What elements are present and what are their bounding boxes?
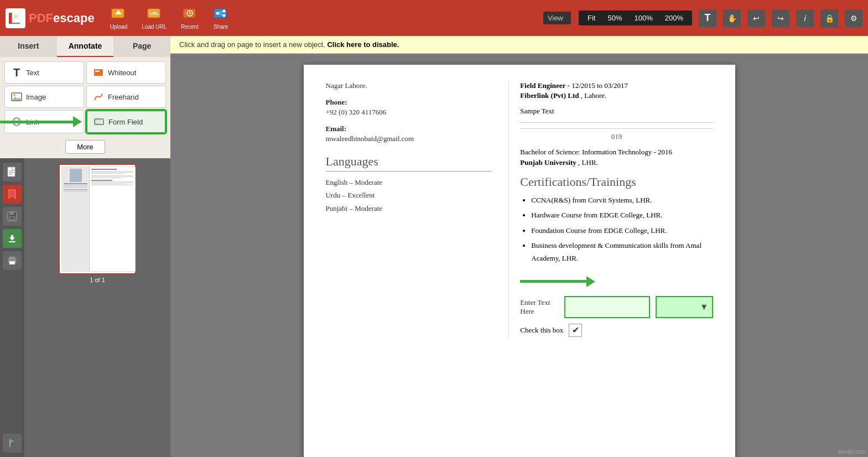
view-controls: View (543, 12, 571, 24)
cert-item-3: Foundation Course from EDGE College, LHR… (531, 224, 713, 237)
svg-rect-46 (9, 439, 11, 447)
pdf-company-loc: , Lahore. (581, 91, 607, 100)
upload-label: Upload (110, 24, 128, 30)
image-insert-label: Image (26, 93, 46, 101)
insert-panel: T Text Whiteout (0, 57, 170, 138)
undo-button[interactable]: ↩ (747, 9, 765, 27)
lock-button[interactable]: 🔒 (820, 9, 838, 27)
pdf-cert-title: Certifications/Trainings (520, 175, 713, 189)
pdf-viewport[interactable]: Nagar Lahore. Phone: +92 (0) 320 4117606… (170, 54, 868, 457)
svg-rect-2 (12, 12, 20, 23)
link-insert-button[interactable]: Link (4, 110, 84, 133)
load-url-icon: URL (147, 7, 162, 22)
pdf-company-name: Fiberlink (Pvt) Ltd (520, 91, 579, 100)
load-url-button[interactable]: URL Load URL (137, 4, 171, 32)
form-enter-label: Enter Text Here (520, 298, 559, 316)
tab-insert[interactable]: Insert (0, 36, 57, 57)
freehand-insert-button[interactable]: Freehand (86, 86, 166, 108)
zoom-200-button[interactable]: 200% (659, 12, 689, 24)
cert-item-2: Hardware Course from EDGE College, LHR. (531, 209, 713, 221)
redo-button[interactable]: ↪ (772, 9, 789, 27)
load-url-label: Load URL (142, 24, 167, 30)
logo-text: PDFescape (29, 11, 95, 25)
link-insert-icon (11, 116, 23, 128)
text-cursor-button[interactable]: T (699, 9, 716, 27)
svg-rect-39 (11, 217, 14, 219)
sidebar-download-icon[interactable] (3, 229, 22, 248)
sidebar-document-icon[interactable] (3, 163, 22, 181)
svg-rect-31 (12, 167, 15, 170)
pdf-email-value: mwaleedbinobaid@gmail.com (326, 134, 492, 143)
svg-marker-47 (11, 439, 15, 443)
language-item-1: English – Moderate (326, 176, 492, 189)
content-area: Click and drag on page to insert a new o… (170, 36, 868, 457)
freehand-insert-label: Freehand (108, 93, 139, 101)
pdf-two-column: Nagar Lahore. Phone: +92 (0) 320 4117606… (326, 81, 713, 337)
whiteout-insert-label: Whiteout (108, 69, 136, 77)
thumbnail-label: 1 of 1 (90, 277, 105, 283)
recent-button[interactable]: Recent (176, 4, 203, 32)
cert-item-1: CCNA(R&S) from Corvit Systems, LHR. (531, 194, 713, 206)
language-item-3: Punjabi – Moderate (326, 202, 492, 215)
notification-text: Click and drag on page to insert a new o… (179, 40, 325, 49)
svg-rect-21 (95, 70, 100, 72)
whiteout-insert-icon (92, 66, 105, 79)
text-insert-label: Text (26, 69, 39, 77)
sidebar-save-icon[interactable] (3, 207, 22, 226)
hand-tool-button[interactable]: ✋ (723, 9, 741, 27)
svg-marker-35 (9, 190, 15, 199)
pdf-left-column: Nagar Lahore. Phone: +92 (0) 320 4117606… (326, 81, 492, 337)
page-thumbnail[interactable] (59, 164, 136, 274)
notification-bar: Click and drag on page to insert a new o… (170, 36, 868, 54)
thumbnail-image (61, 167, 136, 272)
form-text-input[interactable] (564, 296, 650, 318)
more-button[interactable]: More (65, 140, 105, 154)
settings-button[interactable]: ⚙ (845, 9, 862, 27)
cert-item-4: Business development & Communication ski… (531, 239, 713, 265)
share-button[interactable]: Share (209, 4, 233, 32)
svg-marker-24 (12, 97, 22, 101)
pdf-company: Fiberlink (Pvt) Ltd , Lahore. (520, 91, 713, 100)
zoom-50-button[interactable]: 50% (602, 12, 627, 24)
logo-area: PDFescape (6, 8, 95, 28)
pdf-edu-inst-name: Punjab University (520, 158, 576, 167)
sidebar-print-icon[interactable] (3, 251, 22, 270)
top-toolbar: PDFescape Upload URL Load URL (0, 0, 868, 36)
checkbox-row: Check this box ✔ (520, 324, 713, 337)
sidebar-bookmark-icon[interactable] (3, 185, 22, 204)
pdf-languages-section: Languages English – Moderate Urdu – Exce… (326, 154, 492, 215)
text-insert-button[interactable]: T Text (4, 61, 84, 84)
checkbox-input[interactable]: ✔ (569, 324, 582, 337)
main-layout: Insert Annotate Page T Text (0, 36, 868, 457)
form-fields-row: Enter Text Here ▼ (520, 296, 713, 318)
svg-rect-20 (94, 69, 103, 76)
form-dropdown[interactable]: ▼ (656, 296, 713, 318)
tab-annotate[interactable]: Annotate (57, 36, 114, 57)
sidebar-flag-icon[interactable] (3, 434, 22, 453)
pdf-languages-title: Languages (326, 154, 492, 172)
form-field-insert-icon (93, 116, 105, 128)
svg-rect-44 (9, 257, 15, 259)
whiteout-insert-button[interactable]: Whiteout (86, 61, 166, 84)
language-item-2: Urdu – Excellent (326, 189, 492, 201)
zoom-controls: Fit 50% 100% 200% (579, 11, 692, 25)
zoom-fit-button[interactable]: Fit (582, 12, 601, 24)
zoom-100-button[interactable]: 100% (629, 12, 658, 24)
pdf-phone-value: +92 (0) 320 4117606 (326, 108, 492, 117)
notification-link[interactable]: Click here to disable. (327, 40, 399, 49)
image-insert-button[interactable]: Image (4, 86, 84, 108)
form-field-insert-button[interactable]: Form Field (86, 110, 166, 133)
svg-text:URL: URL (150, 11, 159, 16)
watermark: wsxqri.com (838, 449, 866, 455)
info-button[interactable]: i (796, 9, 814, 27)
tab-page[interactable]: Page (113, 36, 170, 57)
upload-button[interactable]: Upload (106, 4, 132, 32)
pdf-email-field: Email: mwaleedbinobaid@gmail.com (326, 124, 492, 143)
pdf-job-period: - 12/2015 to 03/2017 (568, 81, 628, 90)
pdf-page: Nagar Lahore. Phone: +92 (0) 320 4117606… (304, 65, 735, 457)
upload-icon (111, 7, 126, 22)
pdf-phone-label: Phone: (326, 98, 492, 107)
pdf-languages-list: English – Moderate Urdu – Excellent Punj… (326, 176, 492, 215)
pdf-edu-loc: , LHR. (578, 158, 598, 167)
image-insert-icon (11, 91, 23, 103)
